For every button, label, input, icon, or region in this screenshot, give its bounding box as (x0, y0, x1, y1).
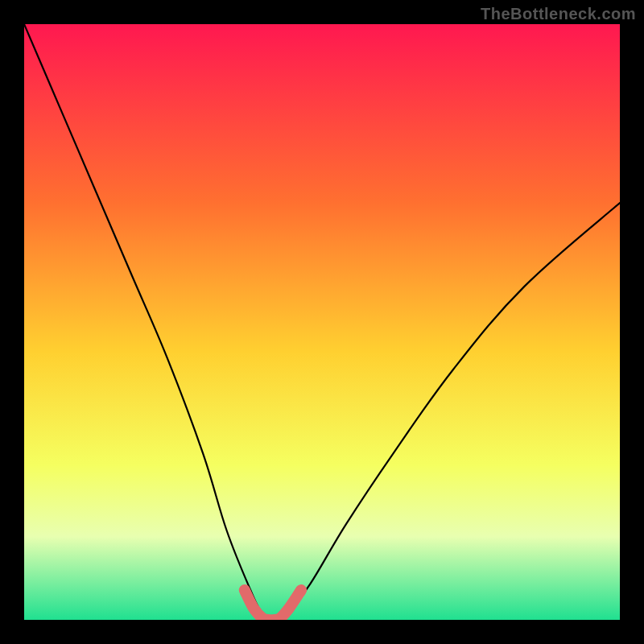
bottleneck-chart (0, 0, 644, 644)
plot-background (24, 24, 620, 620)
chart-stage: TheBottleneck.com (0, 0, 644, 644)
watermark-text: TheBottleneck.com (481, 5, 636, 23)
